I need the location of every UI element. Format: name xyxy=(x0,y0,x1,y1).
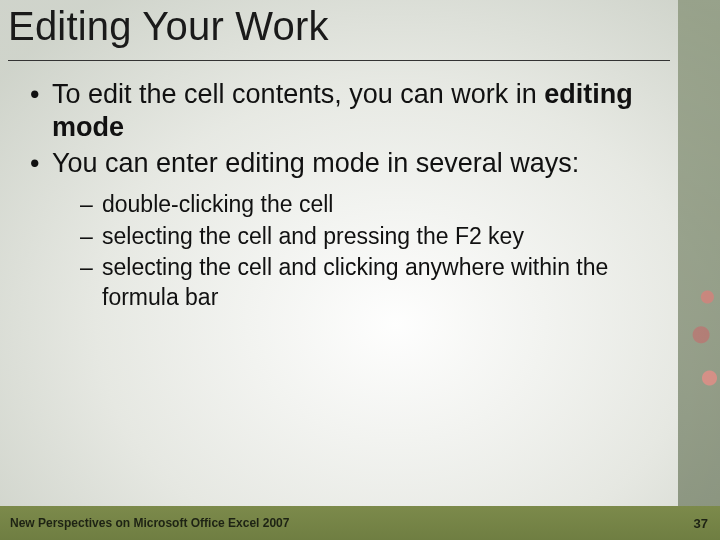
sub-bullet-1-text: double-clicking the cell xyxy=(102,191,333,217)
sub-bullet-3: selecting the cell and clicking anywhere… xyxy=(80,253,660,312)
bullet-1: To edit the cell contents, you can work … xyxy=(26,78,660,145)
sub-bullet-1: double-clicking the cell xyxy=(80,190,660,219)
bullet-1-text: To edit the cell contents, you can work … xyxy=(52,79,544,109)
sub-bullet-3-text: selecting the cell and clicking anywhere… xyxy=(102,254,608,309)
title-area: Editing Your Work xyxy=(8,4,660,49)
footer-source: New Perspectives on Microsoft Office Exc… xyxy=(10,516,289,530)
slide-title: Editing Your Work xyxy=(8,4,660,49)
slide: Editing Your Work To edit the cell conte… xyxy=(0,0,720,540)
content-area: To edit the cell contents, you can work … xyxy=(26,78,660,314)
bullet-2: You can enter editing mode in several wa… xyxy=(26,147,660,180)
bullet-2-text: You can enter editing mode in several wa… xyxy=(52,148,579,178)
sub-bullet-2: selecting the cell and pressing the F2 k… xyxy=(80,222,660,251)
sub-bullet-2-text: selecting the cell and pressing the F2 k… xyxy=(102,223,524,249)
side-accent-decor xyxy=(678,0,720,540)
page-number: 37 xyxy=(694,516,708,531)
sub-bullet-group: double-clicking the cell selecting the c… xyxy=(26,190,660,312)
footer-bar: New Perspectives on Microsoft Office Exc… xyxy=(0,506,720,540)
title-underline xyxy=(8,60,670,61)
